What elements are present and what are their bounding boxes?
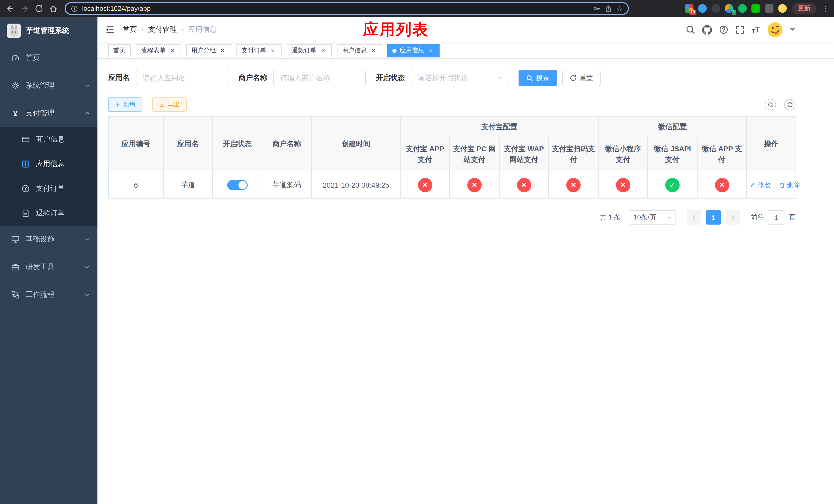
edit-button[interactable]: 修改 [750, 180, 771, 189]
tab-refund-order[interactable]: 退款订单× [287, 44, 332, 57]
extensions-strip: 10 1 [685, 4, 787, 13]
navbar-right-icons: TT [686, 22, 795, 38]
sidebar-item-merchant-info[interactable]: 商户信息 [0, 127, 97, 152]
group-header-alipay: 支付宝配置 [400, 117, 598, 137]
page-number-button[interactable]: 1 [706, 210, 721, 225]
sidebar-fold-icon[interactable] [105, 25, 114, 35]
sidebar-item-home[interactable]: 首页 [0, 44, 97, 72]
search-button[interactable]: 搜索 [519, 70, 557, 86]
sidebar-item-system[interactable]: 系统管理 [0, 72, 97, 99]
breadcrumb: 首页 / 支付管理 / 应用信息 [123, 25, 217, 35]
refresh-icon [787, 102, 793, 108]
goto-label: 前往 [751, 213, 764, 222]
prev-page-button[interactable] [687, 210, 701, 225]
tab-user-group[interactable]: 用户分组× [186, 44, 231, 57]
address-bar[interactable]: localhost:1024/pay/app ☆ [65, 2, 629, 15]
col-header-created: 创建时间 [312, 117, 400, 171]
browser-reload-icon[interactable] [33, 2, 45, 15]
alipay-wap-status-icon [517, 178, 531, 192]
browser-menu-dots-icon[interactable]: ⋮ [821, 4, 830, 13]
search-form: 应用名 商户名称 开启状态 请选择开启状态 [108, 70, 795, 86]
close-icon[interactable]: × [320, 47, 327, 54]
chevron-down-icon [84, 264, 90, 270]
help-icon[interactable] [719, 25, 728, 35]
cell-app-id: 6 [109, 171, 163, 199]
font-size-icon[interactable]: TT [752, 26, 760, 34]
extension-icon-colorful[interactable]: 1 [725, 4, 733, 13]
browser-forward-icon[interactable] [19, 2, 31, 15]
extension-badge: 1 [732, 10, 736, 15]
tab-merchant-info[interactable]: 商户信息× [337, 44, 382, 57]
breadcrumb-payment[interactable]: 支付管理 [148, 25, 177, 35]
chevron-right-icon [730, 214, 736, 221]
extension-icon-blue[interactable] [698, 4, 707, 13]
sidebar-item-pay-order[interactable]: 支付订单 [0, 176, 97, 201]
password-key-icon[interactable] [593, 5, 601, 12]
refresh-icon [570, 75, 576, 81]
extension-icon-green-circle[interactable] [738, 4, 747, 13]
page-size-select[interactable]: 10条/页 [629, 210, 676, 225]
reset-button[interactable]: 重置 [562, 70, 601, 86]
gear-icon [11, 82, 20, 90]
extension-icon-grid[interactable]: 10 [685, 4, 694, 13]
col-header-merchant: 商户名称 [262, 117, 312, 171]
close-icon[interactable]: × [219, 47, 226, 54]
chrome-update-button[interactable]: 更新 [792, 3, 816, 14]
header-search-icon[interactable] [686, 25, 695, 35]
sidebar-item-workflow[interactable]: 工作流程 [0, 281, 97, 308]
bookmark-star-icon[interactable]: ☆ [616, 5, 623, 12]
alipay-qr-status-icon [566, 178, 580, 192]
app-logo-row[interactable]: 芋道管理系统 [0, 17, 97, 44]
site-info-icon[interactable] [71, 5, 78, 12]
close-icon[interactable]: × [269, 47, 277, 54]
goto-page-input[interactable] [768, 210, 785, 225]
merchant-name-input[interactable] [273, 70, 366, 86]
next-page-button[interactable] [726, 210, 740, 225]
merchant-name-label: 商户名称 [239, 73, 267, 83]
wechat-mini-status-icon [616, 178, 630, 192]
chevron-down-icon [84, 236, 90, 243]
share-icon[interactable] [605, 5, 612, 12]
sidebar-item-app-info[interactable]: 应用信息 [0, 152, 97, 176]
extension-icon-green-chat[interactable] [751, 4, 760, 13]
status-toggle[interactable] [227, 180, 247, 190]
toggle-search-button[interactable] [765, 99, 776, 110]
breadcrumb-current: 应用信息 [188, 25, 217, 35]
browser-home-icon[interactable] [47, 2, 60, 15]
fullscreen-icon[interactable] [736, 25, 745, 35]
app-name-input[interactable] [136, 70, 228, 86]
close-icon[interactable]: × [370, 47, 377, 54]
sidebar-item-dev-tools[interactable]: 研发工具 [0, 253, 97, 281]
extension-icon-gray-puzzle[interactable] [765, 4, 773, 13]
sidebar-item-refund-order[interactable]: 退款订单 [0, 201, 97, 226]
close-icon[interactable]: × [169, 47, 176, 54]
caret-down-icon[interactable] [790, 28, 795, 31]
sidebar-item-payment[interactable]: ¥ 支付管理 [0, 99, 97, 127]
status-select[interactable]: 请选择开启状态 [411, 70, 508, 86]
breadcrumb-home[interactable]: 首页 [123, 25, 137, 35]
trash-icon [779, 182, 785, 188]
wechat-app-status-icon [715, 178, 729, 192]
tab-home[interactable]: 首页 [108, 44, 131, 57]
tab-app-info[interactable]: 应用信息× [387, 44, 440, 57]
tab-pay-order[interactable]: 支付订单× [237, 44, 282, 57]
delete-button[interactable]: 删除 [779, 180, 800, 189]
page-content: 应用名 商户名称 开启状态 请选择开启状态 [97, 59, 834, 504]
sidebar-item-infra[interactable]: 基础设施 [0, 226, 97, 253]
extension-icon-dark[interactable] [711, 4, 720, 13]
search-icon [768, 102, 773, 108]
close-icon[interactable]: × [427, 47, 435, 54]
add-button[interactable]: 新增 [108, 97, 142, 112]
col-header-alipay-wap: 支付宝 WAP 网站支付 [499, 137, 549, 171]
export-button[interactable]: 导出 [152, 97, 187, 112]
avatar[interactable] [767, 22, 783, 38]
credit-card-icon [22, 135, 30, 143]
browser-back-icon[interactable] [4, 2, 16, 15]
refresh-table-button[interactable] [784, 99, 795, 110]
wechat-jsapi-status-icon [665, 178, 680, 192]
extension-icon-emoji[interactable] [778, 4, 787, 13]
grid-icon [22, 160, 30, 168]
github-icon[interactable] [702, 25, 712, 35]
group-header-wechat: 微信配置 [598, 117, 747, 137]
tab-process-form[interactable]: 流程表单× [136, 44, 181, 57]
